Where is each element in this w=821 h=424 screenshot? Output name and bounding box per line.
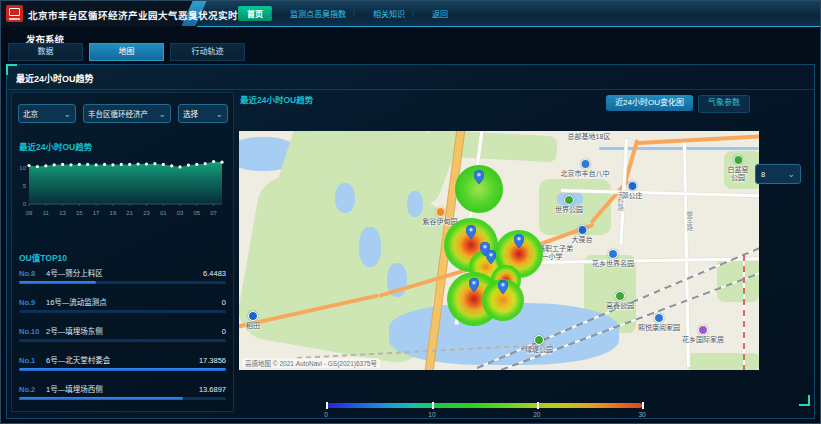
- svg-text:05: 05: [193, 210, 200, 216]
- top10-station-name: 4号—筛分上料区: [46, 267, 203, 278]
- top10-rank: No.1: [19, 356, 46, 365]
- top10-bar-track: [19, 310, 226, 313]
- publish-tab-1[interactable]: 地图: [89, 43, 164, 61]
- hour-layer-select[interactable]: 8 ⌄: [755, 164, 801, 184]
- svg-text:03: 03: [177, 210, 184, 216]
- map-road: [636, 134, 759, 145]
- app-logo-mark: [9, 8, 20, 16]
- app-window: 北京市丰台区循环经济产业园大气恶臭状况实时 首页监测点恶臭指数相关知识返回 发布…: [0, 0, 821, 424]
- nav-item-3[interactable]: 返回: [423, 6, 457, 21]
- top10-item[interactable]: No.916号—流动监测点0: [19, 293, 226, 322]
- map-button-1[interactable]: 气象参数: [698, 95, 750, 113]
- hour-layer-value: 8: [761, 170, 785, 179]
- top10-bar: [19, 368, 226, 371]
- map-park-area: [687, 353, 759, 370]
- chevron-down-icon: ⌄: [215, 111, 223, 117]
- map-water-area: [335, 183, 355, 213]
- map-canvas[interactable]: 紫谷伊甸园世界公园北京市丰台八中总部基地18区郭公庄大葆台白盆窑公园花乡世界名园…: [239, 131, 759, 370]
- nav-item-1[interactable]: 监测点恶臭指数: [281, 6, 355, 21]
- station-pin-0[interactable]: [474, 170, 484, 184]
- svg-text:15: 15: [76, 210, 83, 216]
- app-title: 北京市丰台区循环经济产业园大气恶臭状况实时: [28, 8, 238, 22]
- mall-icon: [698, 325, 708, 335]
- main-panel: 最近24小时OU趋势 北京⌄丰台区循环经济产⌄选择⌄ 最近24小时OU趋势 05…: [6, 64, 815, 419]
- station-pin-6[interactable]: [498, 280, 508, 294]
- city-select-value: 北京: [23, 108, 61, 119]
- top10-item[interactable]: No.84号—筛分上料区6.4483: [19, 264, 226, 293]
- top10-bar: [19, 397, 183, 400]
- top10-list: No.84号—筛分上料区6.4483No.916号—流动监测点0No.102号—…: [19, 264, 226, 409]
- map-button-0[interactable]: 近24小时OU变化图: [606, 95, 693, 111]
- chevron-down-icon: ⌄: [787, 171, 795, 177]
- map-water-area: [407, 191, 423, 217]
- panel-corner-decoration: [799, 395, 810, 406]
- top10-rank: No.10: [19, 327, 46, 336]
- nav-item-0[interactable]: 首页: [238, 6, 272, 21]
- legend-tick: [432, 402, 434, 409]
- poi-name: 熙悦康阅家园: [638, 324, 680, 332]
- station-pin-3[interactable]: [486, 250, 496, 264]
- top10-item-text: No.102号—填埋场东侧0: [19, 322, 226, 336]
- publish-tab-0[interactable]: 数据: [8, 43, 83, 61]
- filter-row: 北京⌄丰台区循环经济产⌄选择⌄: [18, 104, 228, 123]
- map-buttons: 近24小时OU变化图气象参数: [606, 95, 750, 113]
- svg-text:09: 09: [26, 210, 33, 216]
- building-icon: [654, 313, 664, 323]
- top10-station-name: 2号—填埋场东侧: [46, 325, 222, 336]
- top10-item-text: No.916号—流动监测点0: [19, 293, 226, 307]
- top10-item-text: No.16号—北天堂村委会17.3856: [19, 351, 226, 365]
- svg-text:13: 13: [59, 210, 66, 216]
- nav-item-2[interactable]: 相关知识: [364, 6, 414, 21]
- district-select[interactable]: 丰台区循环经济产⌄: [83, 104, 171, 123]
- top10-value: 13.6897: [199, 385, 226, 394]
- city-select[interactable]: 北京⌄: [18, 104, 76, 123]
- sidebar: 北京⌄丰台区循环经济产⌄选择⌄ 最近24小时OU趋势 0510091113151…: [11, 92, 234, 412]
- chevron-down-icon: ⌄: [158, 111, 166, 117]
- top10-value: 6.4483: [203, 269, 226, 278]
- map-poi-label: 北京市丰台八中: [561, 159, 610, 178]
- top10-rank: No.2: [19, 385, 46, 394]
- app-logo: [6, 5, 23, 22]
- svg-text:11: 11: [43, 210, 50, 216]
- top10-item-text: No.21号—填埋场西侧13.6897: [19, 380, 226, 394]
- top10-item[interactable]: No.21号—填埋场西侧13.6897: [19, 380, 226, 409]
- map-park-area: [724, 151, 759, 189]
- legend-tick: [642, 402, 644, 409]
- top10-bar: [19, 281, 96, 284]
- legend-tick: [326, 402, 328, 409]
- district-select-value: 丰台区循环经济产: [88, 108, 156, 119]
- top10-title: OU值TOP10: [19, 251, 67, 263]
- school-icon: [580, 159, 590, 169]
- main-nav: 首页监测点恶臭指数相关知识返回: [213, 1, 816, 26]
- panel-title: 最近24小时OU趋势: [16, 72, 94, 85]
- svg-text:01: 01: [160, 210, 167, 216]
- chevron-down-icon: ⌄: [63, 111, 71, 117]
- ou-color-legend: 0102030: [326, 403, 644, 421]
- map-section-title: 最近24小时OU趋势: [240, 93, 313, 105]
- station-pin-5[interactable]: [469, 278, 479, 292]
- top10-value: 17.3856: [199, 356, 226, 365]
- station-select[interactable]: 选择⌄: [178, 104, 228, 123]
- top10-rank: No.9: [19, 298, 46, 307]
- svg-text:17: 17: [93, 210, 100, 216]
- map-poi-label: 总部基地18区: [568, 133, 611, 141]
- top10-rank: No.8: [19, 269, 46, 278]
- legend-tick-label: 30: [638, 411, 645, 418]
- svg-text:23: 23: [143, 210, 150, 216]
- top10-item[interactable]: No.16号—北天堂村委会17.3856: [19, 351, 226, 380]
- map-road: [683, 143, 690, 367]
- svg-text:19: 19: [110, 210, 117, 216]
- top10-bar-track: [19, 397, 226, 400]
- top10-station-name: 1号—填埋场西侧: [46, 383, 199, 394]
- legend-tick: [537, 402, 539, 409]
- svg-text:5: 5: [23, 183, 27, 189]
- publish-tab-2[interactable]: 行动轨迹: [170, 43, 245, 61]
- legend-tick-label: 10: [428, 411, 435, 418]
- top10-bar-track: [19, 368, 226, 371]
- station-pin-4[interactable]: [514, 234, 524, 248]
- publish-tabs: 数据地图行动轨迹: [8, 43, 245, 61]
- top10-bar-track: [19, 339, 226, 342]
- station-pin-1[interactable]: [466, 225, 476, 239]
- top10-item[interactable]: No.102号—填埋场东侧0: [19, 322, 226, 351]
- svg-text:10: 10: [19, 165, 26, 171]
